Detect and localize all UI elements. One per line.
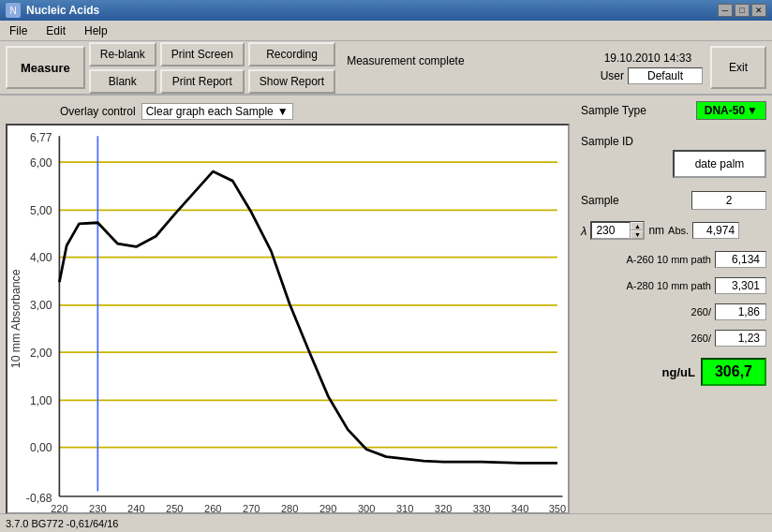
datetime-row: 19.10.2010 14:33 bbox=[601, 51, 703, 66]
svg-text:0,00: 0,00 bbox=[30, 441, 52, 454]
svg-text:350: 350 bbox=[549, 503, 566, 512]
ng-row: ng/uL 306,7 bbox=[581, 358, 766, 386]
print-screen-button[interactable]: Print Screen bbox=[160, 42, 245, 66]
sample-type-value[interactable]: DNA-50 ▼ bbox=[696, 101, 766, 120]
ratio2-row: 260/ 1,23 bbox=[581, 330, 766, 347]
svg-text:-0,68: -0,68 bbox=[26, 492, 52, 505]
toolbar-group-2: Print Screen Print Report bbox=[160, 42, 245, 94]
abs-label: Abs. bbox=[668, 225, 689, 236]
lambda-spinners: ▲ ▼ bbox=[631, 222, 644, 239]
status-text: 3.7.0 BG772 -0,61/64/16 bbox=[6, 518, 118, 529]
svg-text:5,00: 5,00 bbox=[30, 204, 52, 217]
lambda-row: λ 230 ▲ ▼ nm Abs. 4,974 bbox=[581, 221, 766, 240]
status-bar: 3.7.0 BG772 -0,61/64/16 bbox=[0, 513, 772, 532]
svg-text:240: 240 bbox=[127, 503, 144, 512]
recording-button[interactable]: Recording bbox=[248, 42, 335, 66]
svg-text:6,77: 6,77 bbox=[30, 131, 52, 144]
exit-button[interactable]: Exit bbox=[710, 46, 766, 89]
user-label: User bbox=[601, 69, 624, 82]
minimize-button[interactable]: ─ bbox=[718, 4, 733, 17]
overlay-control: Overlay control Clear graph each Sample … bbox=[4, 99, 572, 124]
title-bar: N Nucleic Acids ─ □ ✕ bbox=[0, 0, 772, 21]
nm-label: nm bbox=[648, 224, 664, 237]
toolbar: Measure Re-blank Blank Print Screen Prin… bbox=[0, 41, 772, 96]
svg-text:280: 280 bbox=[281, 503, 298, 512]
svg-text:340: 340 bbox=[512, 503, 528, 512]
sample-value: 2 bbox=[691, 191, 766, 210]
user-row: User Default bbox=[601, 67, 703, 84]
measure-button[interactable]: Measure bbox=[6, 46, 85, 89]
ratio2-label: 260/ bbox=[691, 332, 711, 344]
lambda-up-button[interactable]: ▲ bbox=[631, 222, 644, 230]
user-section: 19.10.2010 14:33 User Default bbox=[601, 51, 703, 84]
window-controls: ─ □ ✕ bbox=[718, 4, 766, 17]
svg-text:220: 220 bbox=[51, 503, 67, 512]
right-panel: Sample Type DNA-50 ▼ Sample ID date palm… bbox=[575, 96, 772, 513]
ng-label: ng/uL bbox=[662, 365, 695, 379]
toolbar-group-1: Re-blank Blank bbox=[89, 42, 156, 94]
show-report-button[interactable]: Show Report bbox=[248, 69, 335, 94]
info-area: Measurement complete bbox=[347, 54, 464, 81]
user-field: Default bbox=[628, 67, 703, 84]
menu-file[interactable]: File bbox=[4, 22, 33, 39]
svg-text:260: 260 bbox=[204, 503, 221, 512]
abs-value: 4,974 bbox=[692, 222, 739, 239]
graph-wrapper: 6,77 6,00 5,00 4,00 3,00 2,00 1,00 0,00 … bbox=[6, 124, 570, 514]
toolbar-group-3: Recording Show Report bbox=[248, 42, 335, 94]
maximize-button[interactable]: □ bbox=[735, 4, 750, 17]
window-title: Nucleic Acids bbox=[26, 4, 99, 17]
a280-label: A-280 10 mm path bbox=[627, 280, 712, 291]
blank-button[interactable]: Blank bbox=[89, 69, 156, 94]
overlay-dropdown[interactable]: Clear graph each Sample ▼ bbox=[141, 103, 293, 120]
main-area: Overlay control Clear graph each Sample … bbox=[0, 96, 772, 513]
dropdown-arrow-icon: ▼ bbox=[277, 105, 289, 118]
svg-text:230: 230 bbox=[89, 503, 106, 512]
ratio1-value: 1,86 bbox=[715, 303, 766, 320]
a260-row: A-260 10 mm path 6,134 bbox=[581, 251, 766, 268]
a260-value: 6,134 bbox=[715, 251, 766, 268]
ng-value: 306,7 bbox=[701, 358, 766, 386]
svg-text:3,00: 3,00 bbox=[30, 299, 52, 312]
lambda-down-button[interactable]: ▼ bbox=[631, 230, 644, 239]
graph-svg: 6,77 6,00 5,00 4,00 3,00 2,00 1,00 0,00 … bbox=[7, 126, 568, 512]
overlay-label: Overlay control bbox=[60, 105, 136, 118]
a260-label: A-260 10 mm path bbox=[627, 254, 712, 265]
graph-container: Overlay control Clear graph each Sample … bbox=[0, 96, 575, 513]
close-button[interactable]: ✕ bbox=[751, 4, 766, 17]
svg-text:310: 310 bbox=[396, 503, 413, 512]
svg-text:330: 330 bbox=[473, 503, 490, 512]
menu-help[interactable]: Help bbox=[79, 22, 113, 39]
print-report-button[interactable]: Print Report bbox=[160, 69, 245, 94]
menu-edit[interactable]: Edit bbox=[40, 22, 71, 39]
svg-rect-0 bbox=[7, 126, 568, 512]
app-icon: N bbox=[6, 3, 21, 18]
sample-label: Sample bbox=[581, 194, 619, 207]
menu-bar: File Edit Help bbox=[0, 21, 772, 41]
svg-text:10 mm Absorbance: 10 mm Absorbance bbox=[9, 269, 22, 368]
svg-text:1,00: 1,00 bbox=[30, 394, 52, 407]
re-blank-button[interactable]: Re-blank bbox=[89, 42, 156, 66]
overlay-option: Clear graph each Sample bbox=[146, 105, 274, 118]
sample-id-label: Sample ID bbox=[581, 135, 633, 148]
measurement-complete-text: Measurement complete bbox=[347, 54, 464, 67]
svg-text:4,00: 4,00 bbox=[30, 251, 52, 264]
sample-number-row: Sample 2 bbox=[581, 191, 766, 210]
lambda-symbol: λ bbox=[581, 224, 586, 238]
ratio1-row: 260/ 1,86 bbox=[581, 303, 766, 320]
svg-text:300: 300 bbox=[358, 503, 375, 512]
sample-type-label: Sample Type bbox=[581, 104, 646, 117]
sample-type-row: Sample Type DNA-50 ▼ bbox=[581, 101, 766, 120]
ratio1-label: 260/ bbox=[691, 306, 711, 318]
svg-text:270: 270 bbox=[243, 503, 260, 512]
datetime-field: 19.10.2010 14:33 bbox=[601, 51, 695, 66]
svg-text:290: 290 bbox=[319, 503, 336, 512]
lambda-input[interactable]: 230 bbox=[591, 222, 631, 239]
a280-row: A-280 10 mm path 3,301 bbox=[581, 277, 766, 294]
svg-text:320: 320 bbox=[435, 503, 452, 512]
svg-text:250: 250 bbox=[166, 503, 183, 512]
sample-type-dropdown-icon: ▼ bbox=[747, 104, 758, 117]
sample-id-box[interactable]: date palm bbox=[673, 150, 766, 178]
svg-text:2,00: 2,00 bbox=[30, 346, 52, 359]
a280-value: 3,301 bbox=[715, 277, 766, 294]
svg-text:6,00: 6,00 bbox=[30, 155, 52, 169]
